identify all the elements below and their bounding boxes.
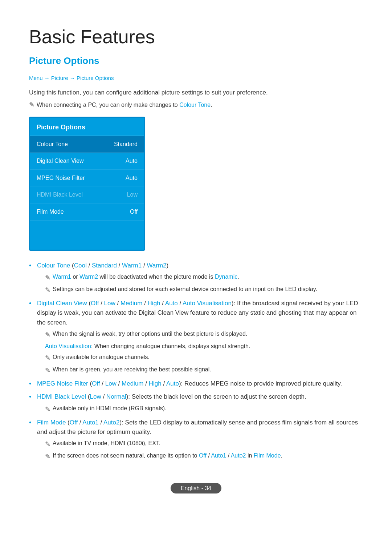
colour-tone-label: Colour Tone: [37, 262, 70, 269]
tv-menu-title: Picture Options: [30, 118, 144, 136]
note-film-tv-mode: ✎ Available in TV mode, HDMI (1080i), EX…: [45, 439, 363, 449]
menu-label-mpeg-noise-filter: MPEG Noise Filter: [37, 173, 85, 183]
note-icon: ✎: [29, 100, 34, 110]
note-icon: ✎: [45, 273, 50, 283]
tv-menu-item-film-mode[interactable]: Film Mode Off: [30, 204, 144, 221]
note-icon: ✎: [45, 366, 50, 375]
page-footer: English - 34: [29, 483, 363, 493]
list-item-hdmi-black-level: HDMI Black Level (Low / Normal): Selects…: [29, 392, 363, 414]
menu-label-hdmi-black-level: HDMI Black Level: [37, 190, 83, 200]
film-mode-label: Film Mode: [37, 419, 66, 426]
list-item-film-mode: Film Mode (Off / Auto1 / Auto2): Sets th…: [29, 418, 363, 462]
digital-clean-view-label: Digital Clean View: [37, 300, 87, 307]
section-heading: Picture Options: [29, 53, 363, 69]
list-item-digital-clean-view: Digital Clean View (Off / Low / Medium /…: [29, 299, 363, 375]
menu-value-digital-clean-view: Auto: [126, 156, 138, 166]
tv-menu-item-colour-tone[interactable]: Colour Tone Standard: [30, 136, 144, 153]
note-analogue-only: ✎ Only available for analogue channels.: [45, 353, 363, 363]
note-settings-stored: ✎ Settings can be adjusted and stored fo…: [45, 285, 363, 295]
feature-list: Colour Tone (Cool / Standard / Warm1 / W…: [29, 261, 363, 462]
tv-menu-box: Picture Options Colour Tone Standard Dig…: [29, 117, 145, 251]
note-icon: ✎: [45, 330, 50, 340]
note-bar-green: ✎ When bar is green, you are receiving t…: [45, 365, 363, 375]
note-icon: ✎: [45, 353, 50, 363]
page-number: English - 34: [171, 483, 222, 493]
note-icon: ✎: [45, 439, 50, 449]
menu-value-film-mode: Off: [130, 207, 138, 217]
menu-value-hdmi-black-level: Low: [127, 190, 138, 200]
note-icon: ✎: [45, 404, 50, 414]
list-item-mpeg-noise-filter: MPEG Noise Filter (Off / Low / Medium / …: [29, 379, 363, 388]
pc-note: ✎ When connecting a PC, you can only mak…: [29, 100, 363, 110]
mpeg-noise-filter-label: MPEG Noise Filter: [37, 380, 88, 387]
intro-text: Using this function, you can configure a…: [29, 88, 363, 97]
breadcrumb: Menu → Picture → Picture Options: [29, 74, 363, 82]
hdmi-black-level-label: HDMI Black Level: [37, 393, 86, 400]
tv-menu-item-hdmi-black-level[interactable]: HDMI Black Level Low: [30, 186, 144, 204]
list-item-colour-tone: Colour Tone (Cool / Standard / Warm1 / W…: [29, 261, 363, 295]
note-warm-deactivated: ✎ Warm1 or Warm2 will be deactivated whe…: [45, 273, 363, 283]
menu-label-colour-tone: Colour Tone: [37, 140, 68, 149]
note-hdmi-only: ✎ Available only in HDMI mode (RGB signa…: [45, 404, 363, 414]
menu-value-mpeg-noise-filter: Auto: [126, 173, 138, 183]
note-auto-visualisation: Auto Visualisation: When changing analog…: [45, 342, 363, 351]
note-signal-weak: ✎ When the signal is weak, try other opt…: [45, 330, 363, 340]
tv-menu-item-mpeg-noise-filter[interactable]: MPEG Noise Filter Auto: [30, 170, 144, 187]
page-title: Basic Features: [29, 22, 363, 52]
note-film-natural: ✎ If the screen does not seem natural, c…: [45, 451, 363, 462]
note-icon: ✎: [45, 452, 50, 462]
menu-label-digital-clean-view: Digital Clean View: [37, 156, 84, 166]
menu-value-colour-tone: Standard: [114, 140, 138, 149]
tv-menu-item-digital-clean-view[interactable]: Digital Clean View Auto: [30, 153, 144, 170]
note-icon: ✎: [45, 285, 50, 295]
menu-label-film-mode: Film Mode: [37, 207, 64, 217]
tv-menu-empty-space: [30, 221, 144, 250]
